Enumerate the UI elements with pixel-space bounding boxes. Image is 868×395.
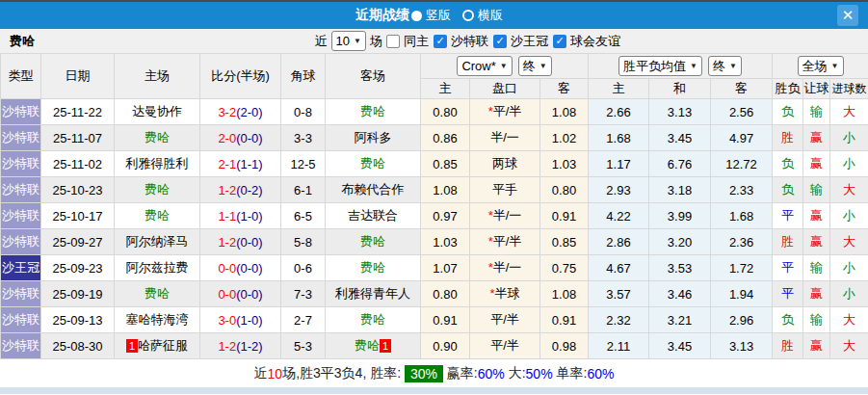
subheader-avg-home: 主 [589,79,649,99]
subheader-handicap: 盘口 [470,79,540,99]
red-card-badge: 1 [380,339,391,353]
result-handicap-cell: 赢 [803,281,830,307]
result-handicap-cell: 输 [803,99,830,125]
bottom-strip [0,387,868,394]
odds-source-select[interactable]: Crow* ▼ [457,56,512,76]
scope-select[interactable]: 全场 ▼ [798,56,844,76]
avg-odds-select[interactable]: 胜平负均值 ▼ [618,56,702,76]
home-team-cell[interactable]: 费哈 [115,177,200,203]
odds-home-cell: 0.85 [421,151,470,177]
horizontal-layout-label: 横版 [478,7,503,24]
odds-away-cell: 1.08 [540,99,589,125]
handicap-cell: 平手 [470,177,540,203]
odds-home-cell: 0.91 [421,307,470,333]
score-cell: 1-2(0-2) [200,177,281,203]
chevron-down-icon: ▼ [690,62,697,70]
horizontal-layout-radio[interactable] [462,10,474,21]
odds-home-cell: 1.08 [421,177,470,203]
date-cell: 25-09-27 [41,229,115,255]
away-team-cell[interactable]: 费哈 [326,307,421,333]
away-team-cell[interactable]: 费哈 [326,151,421,177]
stats-summary: 近10场,胜3平3负4, 胜率: 30% 赢率:60% 大:50% 单率:60% [0,359,868,387]
match-row: 沙特联25-08-301哈萨征服1-2(1-2)5-3费哈10.90平/半0.9… [1,333,868,359]
home-team-cell[interactable]: 1哈萨征服 [115,333,200,359]
away-team-cell[interactable]: 费哈 [326,229,421,255]
team-name: 费哈 [10,33,35,50]
away-team-cell[interactable]: 阿科多 [326,125,421,151]
result-wdl-cell: 负 [773,99,803,125]
avg-final-select[interactable]: 终 ▼ [708,56,742,76]
result-wdl-cell: 负 [773,177,803,203]
away-team-name: 利雅得青年人 [335,286,410,301]
result-wdl-cell: 平 [773,203,803,229]
avg-home-cell: 2.32 [589,307,649,333]
league-label-friendly: 球会友谊 [570,33,620,50]
odds-away-cell: 0.85 [540,229,589,255]
handicap-cell: *平/半 [470,99,540,125]
near-label: 近 [315,33,328,50]
result-handicap-cell: 赢 [803,203,830,229]
result-goals-cell: 小 [830,255,868,281]
avg-draw-cell: 3.18 [649,177,711,203]
away-team-cell[interactable]: 费哈1 [326,333,421,359]
same-home-checkbox[interactable] [386,35,400,48]
title-bar: 近期战绩 竖版 横版 ✕ [0,2,868,29]
away-team-cell[interactable]: 利雅得青年人 [326,281,421,307]
chevron-down-icon: ▼ [354,37,361,45]
result-handicap-cell: 赢 [803,125,830,151]
avg-away-cell: 2.56 [711,99,773,125]
away-team-cell[interactable]: 费哈 [326,99,421,125]
home-team-cell[interactable]: 达曼协作 [115,99,200,125]
stats-segment: 大: [505,365,526,382]
odds-home-cell: 1.03 [421,229,470,255]
date-cell: 25-09-19 [41,281,115,307]
avg-group-header: 胜平负均值 ▼ 终 ▼ [589,54,773,79]
match-row: 沙特联25-10-23费哈1-2(0-2)6-1布赖代合作1.08平手0.802… [1,177,868,203]
corner-cell: 5-3 [281,333,326,359]
home-team-cell[interactable]: 费哈 [115,281,200,307]
match-row: 沙特联25-11-07费哈2-0(0-0)3-3阿科多0.86半/一1.021.… [1,125,868,151]
result-handicap-cell: 赢 [803,151,830,177]
result-handicap-cell: 赢 [803,333,830,359]
col-header-corner: 角球 [281,54,326,99]
avg-away-cell: 12.72 [711,151,773,177]
home-team-cell[interactable]: 阿尔纳泽马 [115,229,200,255]
match-row: 沙特联25-09-27阿尔纳泽马1-2(0-0)5-8费哈1.03*平/半0.8… [1,229,868,255]
score-cell: 1-1(1-0) [200,203,281,229]
away-team-cell[interactable]: 吉达联合 [326,203,421,229]
col-header-away: 客场 [326,54,421,99]
avg-draw-cell: 3.13 [649,99,711,125]
home-team-cell[interactable]: 利雅得胜利 [115,151,200,177]
unit-label: 场 [370,33,382,50]
recent-results-popup: 近期战绩 竖版 横版 ✕ 费哈 近 10 ▼ 场 同主 ✓ 沙特联 ✓ 沙王冠 … [0,0,868,395]
odds-home-cell: 0.80 [421,281,470,307]
score-cell: 3-0(1-0) [200,307,281,333]
avg-draw-cell: 6.76 [649,151,711,177]
avg-home-cell: 1.68 [589,125,649,151]
home-team-cell[interactable]: 费哈 [115,203,200,229]
away-team-name: 布赖代合作 [342,182,405,197]
avg-home-cell: 3.57 [589,281,649,307]
home-team-cell[interactable]: 塞哈特海湾 [115,307,200,333]
away-team-cell[interactable]: 布赖代合作 [326,177,421,203]
league-checkbox-kingscup[interactable]: ✓ [493,35,507,48]
close-icon[interactable]: ✕ [837,5,858,26]
league-checkbox-saudi[interactable]: ✓ [434,35,447,48]
vertical-layout-radio[interactable] [411,11,422,21]
home-team-name: 费哈 [145,182,170,197]
corner-cell: 6-1 [281,177,326,203]
home-team-cell[interactable]: 费哈 [115,125,200,151]
odds-home-cell: 0.86 [421,125,470,151]
league-checkbox-friendly[interactable]: ✓ [553,35,566,48]
col-header-score: 比分(半场) [200,54,281,99]
result-wdl-cell: 胜 [773,125,803,151]
odds-away-cell: 0.91 [540,307,589,333]
stats-segment: 60% [587,366,614,382]
odds-final-select[interactable]: 终 ▼ [518,56,552,76]
away-team-cell[interactable]: 费哈 [326,255,421,281]
handicap-cell: *平/半 [470,229,540,255]
home-team-cell[interactable]: 阿尔兹拉费 [115,255,200,281]
handicap-cell: *半球 [470,281,540,307]
handicap-cell: 平/半 [470,307,540,333]
match-count-select[interactable]: 10 ▼ [331,31,366,51]
